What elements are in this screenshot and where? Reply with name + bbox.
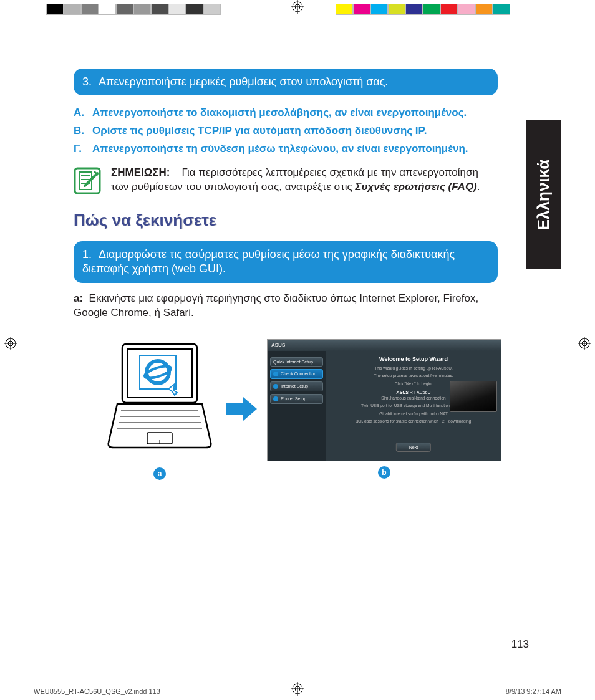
letter-b-label: B. <box>74 122 86 140</box>
wizard-line2: The setup process takes about five minut… <box>332 373 495 378</box>
note-faq: Συχνές ερωτήσεις (FAQ) <box>355 181 476 193</box>
language-tab-label: Ελληνικά <box>535 159 554 229</box>
wizard-brand: ASUS <box>271 342 285 348</box>
router-image <box>450 381 497 412</box>
note-tail: . <box>477 181 480 193</box>
letter-c-text: Απενεργοποιήστε τη σύνδεση μέσω τηλεφώνο… <box>92 140 468 158</box>
callout-step-1: 1. Διαμορφώστε τις ασύρματες ρυθμίσεις μ… <box>74 241 498 283</box>
registration-mark-top <box>291 0 304 14</box>
substep-a-text: Εκκινήστε μια εφαρμογή περιήγησης στο δι… <box>74 292 478 319</box>
callout-step-3: 3. Απενεργοποιήστε μερικές ρυθμίσεις στο… <box>74 69 498 95</box>
slug-timestamp: 8/9/13 9:27:14 AM <box>506 688 561 695</box>
dot-icon <box>273 372 278 376</box>
diagram-row: a ASUS Quick Internet Setup Check Connec… <box>104 338 533 480</box>
note-label: ΣΗΜΕΙΩΣΗ: <box>111 166 170 178</box>
letter-c-label: Γ. <box>74 140 86 158</box>
page-number: 113 <box>511 638 529 651</box>
wizard-side-internet-setup: Internet Setup <box>270 381 323 391</box>
wizard-next-button: Next <box>396 443 431 452</box>
setup-wizard-window: ASUS Quick Internet Setup Check Connecti… <box>267 339 501 461</box>
callout-1-text: Διαμορφώστε τις ασύρματες ρυθμίσεις μέσω… <box>82 248 455 275</box>
print-slug: WEU8555_RT-AC56U_QSG_v2.indd 113 8/9/13 … <box>34 688 561 695</box>
page-content: Ελληνικά 3. Απενεργοποιήστε μερικές ρυθμ… <box>34 45 561 666</box>
wizard-figure: ASUS Quick Internet Setup Check Connecti… <box>267 339 501 479</box>
footer-rule <box>74 633 529 633</box>
laptop-icon <box>104 338 216 463</box>
language-tab: Ελληνικά <box>526 120 561 269</box>
note-icon <box>74 167 101 194</box>
wizard-feat3: Gigabit internet surfing with turbo NAT <box>332 411 495 416</box>
letter-a-text: Απενεργοποιήστε το διακομιστή μεσολάβηση… <box>92 104 467 122</box>
letter-item-c: Γ. Απενεργοποιήστε τη σύνδεση μέσω τηλεφ… <box>74 140 533 158</box>
wizard-side-router-setup: Router Setup <box>270 394 323 404</box>
section-heading: Πώς να ξεκινήσετε <box>74 211 533 230</box>
registration-mark-left <box>4 337 17 350</box>
wizard-feat4: 30K data sessions for stable connection … <box>332 419 495 424</box>
letter-item-a: A. Απενεργοποιήστε το διακομιστή μεσολάβ… <box>74 104 533 122</box>
dot-icon <box>273 396 278 401</box>
wizard-heading: Welcome to Setup Wizard <box>332 356 495 362</box>
wizard-side-check-connection: Check Connection <box>270 369 323 379</box>
note-block: ΣΗΜΕΙΩΣΗ: Για περισσότερες λεπτομέρειες … <box>74 166 498 194</box>
callout-1-number: 1. <box>82 247 96 262</box>
callout-3-text: Απενεργοποιήστε μερικές ρυθμίσεις στον υ… <box>99 75 388 88</box>
badge-a: a <box>153 467 166 480</box>
wizard-sidebar: Quick Internet Setup Check Connection In… <box>268 351 326 461</box>
letter-a-label: A. <box>74 104 86 122</box>
wizard-main: Welcome to Setup Wizard This wizard guid… <box>326 351 501 461</box>
wizard-side-quick-setup: Quick Internet Setup <box>270 357 323 367</box>
letter-item-b: B. Ορίστε τις ρυθμίσεις TCP/IP για αυτόμ… <box>74 122 533 140</box>
wizard-titlebar: ASUS <box>268 340 501 351</box>
wizard-line1: This wizard guides in setting up RT-AC56… <box>332 366 495 371</box>
substep-a: a: Εκκινήστε μια εφαρμογή περιήγησης στο… <box>74 292 498 320</box>
registration-mark-right <box>578 337 591 350</box>
letter-list: A. Απενεργοποιήστε το διακομιστή μεσολάβ… <box>74 104 533 158</box>
badge-b: b <box>378 466 390 479</box>
dot-icon <box>273 384 278 389</box>
slug-file: WEU8555_RT-AC56U_QSG_v2.indd 113 <box>34 688 160 695</box>
callout-3-number: 3. <box>82 75 96 89</box>
substep-a-label: a: <box>74 292 83 304</box>
letter-b-text: Ορίστε τις ρυθμίσεις TCP/IP για αυτόματη… <box>92 122 427 140</box>
laptop-figure: a <box>104 338 216 480</box>
arrow-icon <box>225 396 258 422</box>
note-text: ΣΗΜΕΙΩΣΗ: Για περισσότερες λεπτομέρειες … <box>111 166 498 194</box>
